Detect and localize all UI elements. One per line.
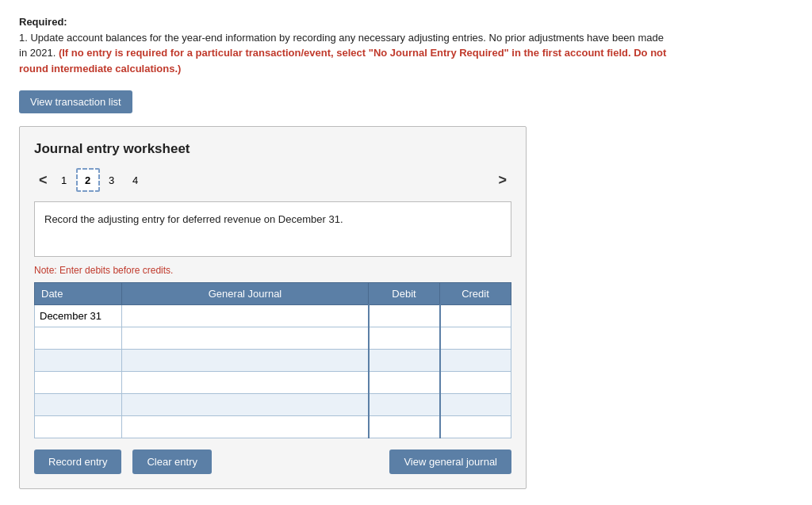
debit-input[interactable] xyxy=(370,350,439,371)
credit-cell[interactable] xyxy=(440,327,511,350)
date-cell[interactable] xyxy=(35,394,122,416)
credit-input[interactable] xyxy=(441,327,511,349)
tab-2[interactable]: 2 xyxy=(76,168,100,192)
required-label: Required: xyxy=(19,16,67,28)
gj-cell[interactable] xyxy=(122,327,369,350)
table-row xyxy=(35,350,511,372)
date-input[interactable] xyxy=(35,327,121,349)
next-arrow[interactable]: > xyxy=(493,170,511,190)
col-header-gj: General Journal xyxy=(122,283,369,305)
date-cell[interactable] xyxy=(35,305,122,327)
debit-input[interactable] xyxy=(370,305,439,327)
debit-cell[interactable] xyxy=(369,416,440,438)
gj-cell[interactable] xyxy=(122,305,369,327)
description-box: Record the adjusting entry for deferred … xyxy=(34,201,511,257)
credit-cell[interactable] xyxy=(440,305,511,327)
date-input[interactable] xyxy=(35,305,121,327)
credit-cell[interactable] xyxy=(440,394,511,416)
view-transaction-button[interactable]: View transaction list xyxy=(19,90,132,113)
gj-input[interactable] xyxy=(122,327,368,349)
gj-input[interactable] xyxy=(122,372,368,393)
required-section: Required: 1. Update account balances for… xyxy=(19,14,669,76)
debit-cell[interactable] xyxy=(369,394,440,416)
note-text: Note: Enter debits before credits. xyxy=(34,265,511,276)
worksheet-title: Journal entry worksheet xyxy=(34,141,511,157)
date-cell[interactable] xyxy=(35,350,122,372)
debit-cell[interactable] xyxy=(369,372,440,394)
credit-input[interactable] xyxy=(441,394,511,415)
tab-1[interactable]: 1 xyxy=(52,168,76,192)
worksheet-container: Journal entry worksheet < 1 2 3 4 > Reco… xyxy=(19,126,527,489)
col-header-credit: Credit xyxy=(440,283,511,305)
gj-cell[interactable] xyxy=(122,416,369,438)
credit-cell[interactable] xyxy=(440,350,511,372)
credit-cell[interactable] xyxy=(440,416,511,438)
prev-arrow[interactable]: < xyxy=(34,170,52,190)
col-header-date: Date xyxy=(35,283,122,305)
table-row xyxy=(35,327,511,350)
debit-cell[interactable] xyxy=(369,327,440,350)
date-input[interactable] xyxy=(35,372,121,393)
debit-input[interactable] xyxy=(370,372,439,393)
credit-input[interactable] xyxy=(441,350,511,371)
tab-3[interactable]: 3 xyxy=(100,168,124,192)
gj-cell[interactable] xyxy=(122,372,369,394)
debit-input[interactable] xyxy=(370,416,439,438)
debit-cell[interactable] xyxy=(369,305,440,327)
buttons-row: Record entry Clear entry View general jo… xyxy=(34,450,511,474)
gj-input[interactable] xyxy=(122,305,368,327)
gj-cell[interactable] xyxy=(122,350,369,372)
gj-input[interactable] xyxy=(122,416,368,438)
table-row xyxy=(35,416,511,438)
tab-nav: < 1 2 3 4 > xyxy=(34,168,511,192)
col-header-debit: Debit xyxy=(369,283,440,305)
tab-4[interactable]: 4 xyxy=(124,168,147,192)
credit-input[interactable] xyxy=(441,305,511,327)
record-entry-button[interactable]: Record entry xyxy=(34,450,121,474)
gj-cell[interactable] xyxy=(122,394,369,416)
debit-input[interactable] xyxy=(370,327,439,349)
table-row xyxy=(35,372,511,394)
clear-entry-button[interactable]: Clear entry xyxy=(132,450,212,474)
date-cell[interactable] xyxy=(35,416,122,438)
date-input[interactable] xyxy=(35,394,121,415)
credit-input[interactable] xyxy=(441,372,511,393)
required-highlight: (If no entry is required for a particula… xyxy=(19,47,666,75)
date-input[interactable] xyxy=(35,416,121,438)
date-cell[interactable] xyxy=(35,327,122,350)
debit-input[interactable] xyxy=(370,394,439,415)
view-general-journal-button[interactable]: View general journal xyxy=(389,450,511,474)
date-input[interactable] xyxy=(35,350,121,371)
gj-input[interactable] xyxy=(122,394,368,415)
credit-cell[interactable] xyxy=(440,372,511,394)
credit-input[interactable] xyxy=(441,416,511,438)
date-cell[interactable] xyxy=(35,372,122,394)
gj-input[interactable] xyxy=(122,350,368,371)
table-row xyxy=(35,394,511,416)
table-row xyxy=(35,305,511,327)
journal-table: Date General Journal Debit Credit xyxy=(34,282,511,438)
debit-cell[interactable] xyxy=(369,350,440,372)
